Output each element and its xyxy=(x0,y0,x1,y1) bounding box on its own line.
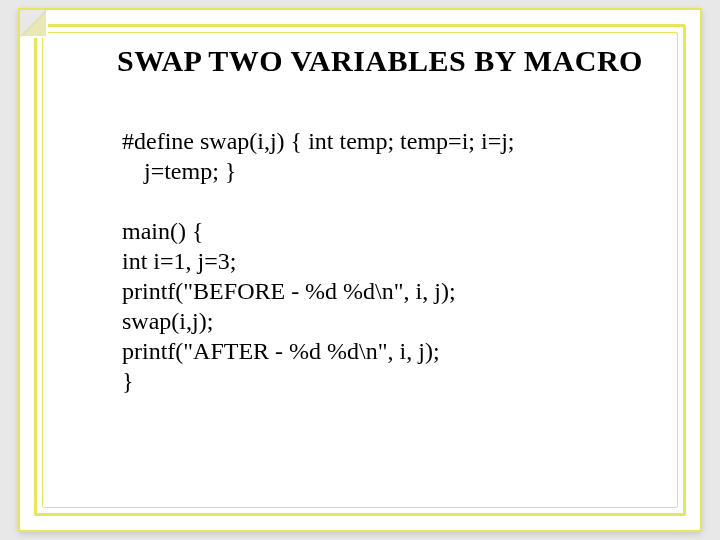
code-line-2: int i=1, j=3; xyxy=(122,246,640,276)
page-dogear-fold xyxy=(20,10,46,36)
macro-line-2: j=temp; } xyxy=(122,156,640,186)
code-line-5: printf("AFTER - %d %d\n", i, j); xyxy=(122,336,640,366)
code-block: #define swap(i,j) { int temp; temp=i; i=… xyxy=(60,126,660,396)
slide: SWAP TWO VARIABLES BY MACRO #define swap… xyxy=(18,8,702,532)
code-line-3: printf("BEFORE - %d %d\n", i, j); xyxy=(122,276,640,306)
slide-content: SWAP TWO VARIABLES BY MACRO #define swap… xyxy=(60,40,660,500)
code-line-6: } xyxy=(122,366,640,396)
code-line-1: main() { xyxy=(122,216,640,246)
macro-line-1: #define swap(i,j) { int temp; temp=i; i=… xyxy=(122,126,640,156)
macro-definition: #define swap(i,j) { int temp; temp=i; i=… xyxy=(122,126,640,186)
main-function: main() { int i=1, j=3; printf("BEFORE - … xyxy=(122,216,640,396)
slide-title: SWAP TWO VARIABLES BY MACRO xyxy=(60,44,660,78)
code-line-4: swap(i,j); xyxy=(122,306,640,336)
